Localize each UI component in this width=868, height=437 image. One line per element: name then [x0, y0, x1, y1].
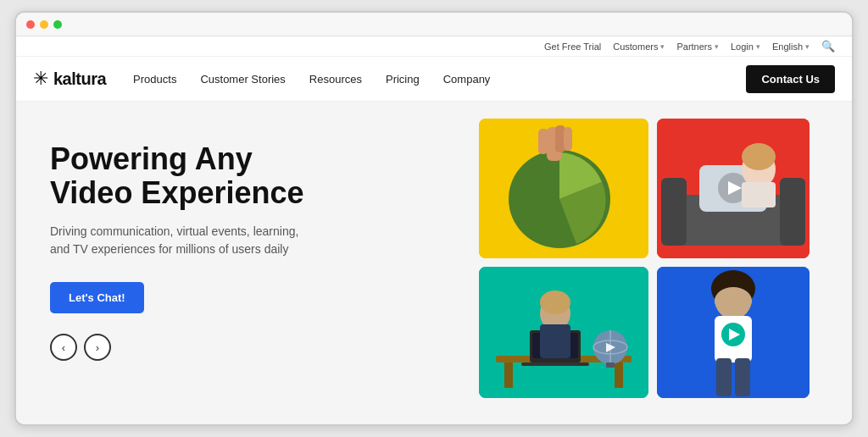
svg-rect-38 [716, 358, 732, 396]
browser-frame: Get Free Trial Customers ▾ Partners ▾ Lo… [14, 11, 854, 426]
prev-arrow-button[interactable]: ‹ [50, 334, 77, 361]
svg-rect-8 [661, 178, 687, 246]
yellow-card-scene [479, 119, 648, 258]
svg-rect-9 [780, 178, 805, 246]
svg-rect-29 [540, 324, 570, 358]
search-icon[interactable]: 🔍 [821, 40, 835, 53]
hero-subtitle: Driving communication, virtual events, l… [50, 223, 304, 258]
browser-top-bar [16, 13, 852, 36]
chevron-down-icon: ▾ [660, 42, 665, 51]
navigation: Get Free Trial Customers ▾ Partners ▾ Lo… [16, 36, 852, 102]
lets-chat-button[interactable]: Let's Chat! [50, 282, 144, 313]
svg-rect-26 [606, 362, 615, 368]
nav-products[interactable]: Products [133, 73, 176, 86]
maximize-dot[interactable] [53, 20, 62, 29]
chevron-down-icon: ▾ [805, 42, 810, 51]
teal-card-scene [479, 267, 648, 398]
hero-image-teal [479, 267, 648, 398]
svg-rect-19 [615, 362, 623, 388]
nav-bottom-bar: ✳ kaltura Products Customer Stories Reso… [16, 57, 852, 101]
nav-links: Products Customer Stories Resources Pric… [133, 73, 746, 86]
nav-resources[interactable]: Resources [309, 73, 362, 86]
red-card-scene [657, 119, 810, 258]
svg-rect-39 [735, 358, 750, 396]
svg-rect-22 [521, 362, 589, 366]
nav-top-bar: Get Free Trial Customers ▾ Partners ▾ Lo… [16, 36, 852, 57]
svg-rect-5 [564, 127, 572, 151]
chevron-down-icon: ▾ [756, 42, 760, 51]
prev-arrow-icon: ‹ [62, 341, 65, 354]
logo[interactable]: ✳ kaltura [33, 69, 106, 89]
next-arrow-icon: › [96, 341, 99, 354]
logo-star-icon: ✳ [33, 69, 48, 88]
login-link[interactable]: Login ▾ [731, 41, 760, 52]
svg-rect-18 [504, 362, 513, 388]
chevron-down-icon: ▾ [715, 42, 719, 51]
hero-image-collage [479, 119, 835, 407]
nav-pricing[interactable]: Pricing [386, 73, 420, 86]
close-dot[interactable] [26, 20, 35, 29]
language-select[interactable]: English ▾ [772, 41, 810, 52]
customers-link[interactable]: Customers ▾ [613, 41, 665, 52]
hero-image-yellow [479, 119, 648, 258]
svg-point-30 [540, 290, 570, 314]
next-arrow-button[interactable]: › [84, 334, 111, 361]
blue-card-scene [657, 267, 810, 398]
nav-company[interactable]: Company [443, 73, 491, 86]
partners-link[interactable]: Partners ▾ [676, 41, 719, 52]
svg-point-34 [715, 287, 752, 314]
contact-us-button[interactable]: Contact Us [746, 65, 835, 93]
hero-title: Powering Any Video Experience [50, 142, 338, 209]
hero-image-red [657, 119, 810, 258]
hero-content: Powering Any Video Experience Driving co… [16, 102, 372, 424]
minimize-dot[interactable] [40, 20, 48, 29]
svg-point-15 [742, 143, 776, 170]
svg-rect-3 [538, 129, 548, 154]
hero-section: Powering Any Video Experience Driving co… [16, 102, 852, 424]
logo-text: kaltura [53, 69, 106, 89]
hero-nav-arrows: ‹ › [50, 334, 338, 361]
hero-image-blue [657, 267, 810, 398]
svg-rect-14 [742, 182, 776, 207]
get-free-trial-link[interactable]: Get Free Trial [544, 41, 601, 52]
nav-customer-stories[interactable]: Customer Stories [200, 73, 285, 86]
